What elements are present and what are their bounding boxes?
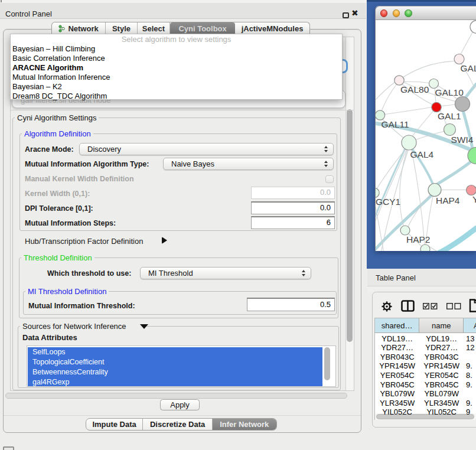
checked-columns-icon[interactable] xyxy=(423,303,438,309)
panel-corner-button[interactable] xyxy=(3,446,14,450)
separator xyxy=(10,110,354,110)
network-node-label: HAP2 xyxy=(406,234,431,244)
table-cell[interactable]: YLR345W xyxy=(375,399,419,407)
gear-icon[interactable] xyxy=(382,301,392,312)
combo-updown-icon xyxy=(302,270,307,276)
tab-network[interactable]: Network xyxy=(52,22,106,34)
algorithm-dropdown-popup: Select algorithm to view settings Bayesi… xyxy=(10,34,343,100)
network-canvas[interactable]: GAL2GAL80GAL10GAL1GAL11SWI4GAL4GCY1HAP4Y… xyxy=(376,20,476,252)
manual-kernel-checkbox[interactable] xyxy=(325,175,334,183)
network-node-swi4[interactable] xyxy=(444,123,456,135)
table-cell[interactable]: 9. xyxy=(466,399,476,407)
vertical-scrollbar-thumb[interactable] xyxy=(347,109,353,342)
network-edge xyxy=(439,228,476,251)
table-cell[interactable]: YDL19… xyxy=(419,334,464,343)
network-edge xyxy=(436,161,472,184)
minimize-traffic-icon[interactable] xyxy=(393,9,400,17)
table-cell[interactable]: YIL052C xyxy=(375,407,419,416)
table-cell[interactable]: YDL19… xyxy=(375,334,419,343)
mi-threshold-field[interactable]: 0.5 xyxy=(247,298,335,311)
network-node[interactable] xyxy=(470,20,476,33)
list-scrollbar-thumb[interactable] xyxy=(324,347,330,380)
table-cell[interactable]: YER054C xyxy=(375,371,419,380)
aracne-mode-combobox[interactable]: Discovery xyxy=(79,143,334,155)
which-threshold-combobox[interactable]: MI Threshold xyxy=(140,267,311,279)
network-node[interactable] xyxy=(455,96,470,111)
table-column-header[interactable]: name xyxy=(419,318,464,333)
table-cell[interactable]: 9. xyxy=(466,361,476,370)
mi-type-value: Naive Bayes xyxy=(171,159,214,168)
table-cell[interactable]: 9. xyxy=(466,380,476,389)
table-cell[interactable]: YPR145W xyxy=(375,361,419,370)
table-cell[interactable]: YLR345W xyxy=(419,399,464,407)
table-cell[interactable]: YER054C xyxy=(419,371,464,380)
table-cell[interactable]: YBR043C xyxy=(419,353,464,361)
network-node-y[interactable] xyxy=(467,185,476,195)
attribute-list-item[interactable]: SelfLoops xyxy=(28,347,322,357)
network-edge xyxy=(382,84,396,110)
mi-type-combobox[interactable]: Naive Bayes xyxy=(163,158,334,170)
table-cell[interactable]: 12 xyxy=(466,343,476,352)
tab-style[interactable]: Style xyxy=(106,22,138,34)
algorithm-option[interactable]: Dream8 DC_TDC Algorithm xyxy=(12,92,107,101)
node-table[interactable]: shared…nameAYDL19…YDL19…13YDR27…YDR27…12… xyxy=(374,318,476,420)
algorithm-option[interactable]: Mutual Information Inference xyxy=(12,73,110,82)
algorithm-option[interactable]: Bayesian – K2 xyxy=(12,82,62,92)
kernel-width-field[interactable]: 0.0 xyxy=(251,187,335,199)
network-node-label: GAL10 xyxy=(435,87,464,97)
network-node-gal4[interactable] xyxy=(402,135,416,150)
apply-button[interactable]: Apply xyxy=(160,399,200,410)
table-cell[interactable]: YBR045C xyxy=(375,380,419,389)
network-edge xyxy=(377,149,405,188)
table-cell[interactable]: YIL052C xyxy=(419,407,464,416)
document-icon[interactable] xyxy=(469,299,476,312)
control-panel-tabs: NetworkStyleSelectCyni ToolboxjActiveMNo… xyxy=(51,22,310,34)
bottom-tab-impute-data[interactable]: Impute Data xyxy=(86,419,143,430)
network-node-hap4[interactable] xyxy=(428,183,441,196)
table-cell[interactable]: 8. xyxy=(466,371,476,380)
tab-cyni-toolbox[interactable]: Cyni Toolbox xyxy=(170,22,235,34)
attribute-list-item[interactable]: gal4RGexp xyxy=(28,377,322,387)
tab-select[interactable]: Select xyxy=(138,22,170,34)
table-column-header[interactable]: shared… xyxy=(375,318,419,333)
algorithm-option[interactable]: Basic Correlation Inference xyxy=(12,54,105,63)
algorithm-option[interactable]: ARACNE Algorithm xyxy=(12,63,83,73)
mi-steps-field[interactable]: 6 xyxy=(251,216,335,229)
attribute-list-item[interactable]: BetweennessCentrality xyxy=(28,367,322,377)
table-cell[interactable]: YBL079W xyxy=(375,389,419,398)
mi-type-label: Mutual Information Algorithm Type: xyxy=(25,160,149,168)
table-cell[interactable]: YPR145W xyxy=(419,361,464,370)
network-node[interactable] xyxy=(420,244,430,252)
dpi-tolerance-field[interactable]: 0.0 xyxy=(251,201,335,214)
table-cell[interactable]: 9 xyxy=(466,407,476,416)
window-edge-mark xyxy=(1,0,2,2)
float-panel-icon[interactable] xyxy=(343,12,349,18)
unchecked-columns-icon[interactable] xyxy=(446,303,461,309)
close-traffic-icon[interactable] xyxy=(380,9,388,17)
network-icon xyxy=(58,25,66,32)
close-icon[interactable]: ✖ xyxy=(351,8,358,18)
horizontal-scrollbar-thumb[interactable] xyxy=(5,393,347,399)
collapse-arrow-icon[interactable] xyxy=(140,324,148,329)
network-edge xyxy=(460,29,474,55)
table-cell[interactable]: YDR27… xyxy=(375,343,419,352)
tab-jactivemnodules[interactable]: jActiveMNodules xyxy=(235,22,309,34)
aracne-mode-value: Discovery xyxy=(87,145,121,154)
zoom-traffic-icon[interactable] xyxy=(405,9,412,17)
bottom-tab-infer-network[interactable]: Infer Network xyxy=(213,419,276,430)
table-cell[interactable]: YDR27… xyxy=(419,343,464,352)
table-cell[interactable]: YBR043C xyxy=(375,353,419,361)
expand-arrow-icon[interactable] xyxy=(162,237,167,244)
algorithm-option[interactable]: Bayesian – Hill Climbing xyxy=(12,44,95,54)
split-table-icon[interactable] xyxy=(401,300,415,312)
attribute-list-item[interactable]: TopologicalCoefficient xyxy=(28,357,322,367)
table-panel-title: Table Panel xyxy=(376,273,416,282)
table-cell[interactable]: YBL079W xyxy=(419,389,464,398)
bottom-tab-discretize-data[interactable]: Discretize Data xyxy=(143,419,213,430)
table-column-header[interactable]: A xyxy=(464,318,476,333)
network-node-gal2[interactable] xyxy=(454,54,464,64)
data-attributes-list[interactable]: SelfLoopsTopologicalCoefficientBetweenne… xyxy=(27,345,336,387)
table-cell[interactable]: 13 xyxy=(466,334,476,343)
network-window-titlebar[interactable] xyxy=(376,6,476,20)
table-cell[interactable]: YBR045C xyxy=(419,380,464,389)
